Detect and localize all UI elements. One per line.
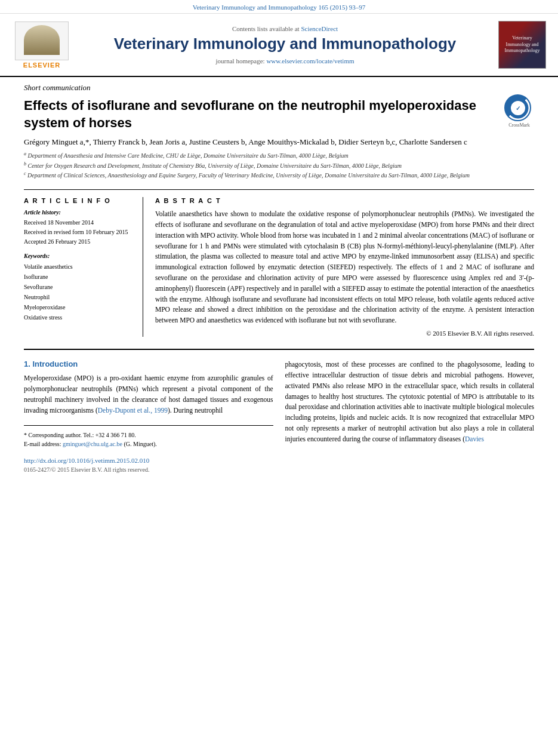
cover-text: Veterinary Immunology and Immunopatholog… xyxy=(501,35,543,54)
keyword-3: Sevoflurane xyxy=(24,282,133,292)
abstract-column: A B S T R A C T Volatile anaesthetics ha… xyxy=(155,197,534,337)
corresponding-label: * Corresponding author. Tel.: +32 4 366 … xyxy=(24,432,136,438)
affiliation-b: b Center for Oxygen Research and Develop… xyxy=(24,161,534,170)
issn-text: 0165-2427/© 2015 Elsevier B.V. All right… xyxy=(24,466,273,473)
journal-reference-text: Veterinary Immunology and Immunopatholog… xyxy=(193,4,366,11)
svg-text:✓: ✓ xyxy=(516,105,520,112)
doi-link[interactable]: http://dx.doi.org/10.1016/j.vetimm.2015.… xyxy=(24,457,149,464)
abstract-copyright: © 2015 Elsevier B.V. All rights reserved… xyxy=(155,330,534,337)
elsevier-logo: ELSEVIER xyxy=(12,21,72,69)
ref-davies[interactable]: Davies xyxy=(465,435,484,442)
section-divider xyxy=(24,349,534,350)
email-link[interactable]: gminguet@chu.ulg.ac.be xyxy=(63,441,122,447)
affiliation-c: c Department of Clinical Sciences, Anaes… xyxy=(24,170,534,180)
affiliation-a: a Department of Anaesthesia and Intensiv… xyxy=(24,150,534,160)
authors-line: Grégory Minguet a,*, Thierry Franck b, J… xyxy=(24,137,534,147)
homepage-label: journal homepage: xyxy=(215,57,264,64)
introduction-paragraph: Myeloperoxidase (MPO) is a pro-oxidant h… xyxy=(24,373,273,416)
homepage-url[interactable]: www.elsevier.com/locate/vetimm xyxy=(266,57,354,64)
sciencedirect-anchor[interactable]: ScienceDirect xyxy=(301,25,338,32)
journal-cover-thumbnail: Veterinary Immunology and Immunopatholog… xyxy=(498,21,546,69)
crossmark-badge: ✓ CrossMark xyxy=(504,94,534,124)
main-content: Short communication Effects of isofluran… xyxy=(0,77,558,485)
email-note: E-mail address: gminguet@chu.ulg.ac.be (… xyxy=(24,440,273,448)
journal-reference-bar: Veterinary Immunology and Immunopatholog… xyxy=(0,0,558,14)
affiliations-block: a Department of Anaesthesia and Intensiv… xyxy=(24,150,534,180)
journal-title-block: Contents lists available at ScienceDirec… xyxy=(81,25,489,64)
contents-label: Contents lists available at xyxy=(232,25,300,32)
abstract-text: Volatile anaesthetics have shown to modu… xyxy=(155,209,534,326)
email-suffix: (G. Minguet). xyxy=(124,441,157,447)
accepted-date: Accepted 26 February 2015 xyxy=(24,237,133,247)
body-right-column: phagocytosis, most of these processes ar… xyxy=(285,359,535,473)
body-left-column: 1. Introduction Myeloperoxidase (MPO) is… xyxy=(24,359,273,473)
received-revised-date: Received in revised form 10 February 201… xyxy=(24,228,133,237)
abstract-title: A B S T R A C T xyxy=(155,197,534,204)
article-info-title: A R T I C L E I N F O xyxy=(24,197,133,204)
keyword-6: Oxidative stress xyxy=(24,312,133,322)
email-label: E-mail address: xyxy=(24,441,61,447)
article-history-dates: Received 18 November 2014 Received in re… xyxy=(24,218,133,247)
article-type: Short communication xyxy=(24,83,534,93)
ref-deby-dupont[interactable]: Deby-Dupont et al., 1999 xyxy=(98,407,168,414)
right-paragraph: phagocytosis, most of these processes ar… xyxy=(285,359,535,445)
article-title: Effects of isoflurane and sevoflurane on… xyxy=(24,97,498,131)
received-date: Received 18 November 2014 xyxy=(24,218,133,228)
section-label: Introduction xyxy=(32,359,78,368)
section-number: 1. xyxy=(24,359,30,368)
doi-section: http://dx.doi.org/10.1016/j.vetimm.2015.… xyxy=(24,456,273,473)
corresponding-author-note: * Corresponding author. Tel.: +32 4 366 … xyxy=(24,431,273,440)
keyword-1: Volatile anaesthetics xyxy=(24,262,133,272)
crossmark-label: CrossMark xyxy=(504,122,534,128)
article-info-column: A R T I C L E I N F O Article history: R… xyxy=(24,197,143,337)
keyword-2: Isoflurane xyxy=(24,272,133,282)
journal-title-main: Veterinary Immunology and Immunopatholog… xyxy=(81,35,489,53)
keyword-5: Myeloperoxidase xyxy=(24,302,133,312)
logo-image-graphic xyxy=(15,21,69,60)
keywords-label: Keywords: xyxy=(24,253,133,259)
introduction-title: 1. Introduction xyxy=(24,359,273,368)
authors-text: Grégory Minguet a,*, Thierry Franck b, J… xyxy=(24,137,467,146)
elsevier-brand-text: ELSEVIER xyxy=(23,62,60,69)
article-history-label: Article history: xyxy=(24,209,133,216)
footnote-section: * Corresponding author. Tel.: +32 4 366 … xyxy=(24,425,273,448)
journal-header: ELSEVIER Contents lists available at Sci… xyxy=(0,14,558,77)
keyword-4: Neutrophil xyxy=(24,292,133,302)
article-info-abstract-section: A R T I C L E I N F O Article history: R… xyxy=(24,189,534,337)
body-content: 1. Introduction Myeloperoxidase (MPO) is… xyxy=(24,359,534,473)
keywords-list: Volatile anaesthetics Isoflurane Sevoflu… xyxy=(24,262,133,322)
crossmark-icon: ✓ xyxy=(504,94,531,121)
sciencedirect-link: Contents lists available at ScienceDirec… xyxy=(81,25,489,32)
journal-homepage: journal homepage: www.elsevier.com/locat… xyxy=(81,57,489,64)
